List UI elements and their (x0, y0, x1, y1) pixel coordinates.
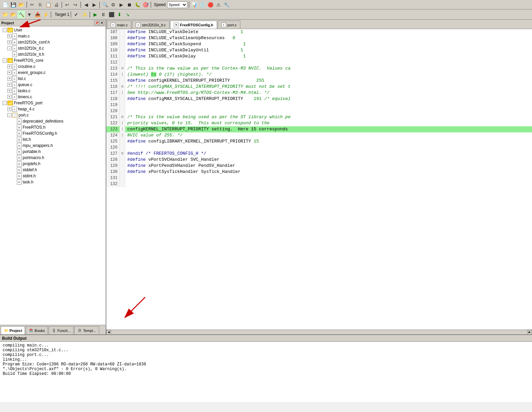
tree-portable[interactable]: h portable.h (0, 149, 106, 155)
marker-117: | (120, 90, 125, 96)
tree-queue[interactable]: + c queue.c (0, 82, 106, 88)
tree-task-h[interactable]: h task.h (0, 179, 106, 185)
load-btn[interactable]: 📥 (34, 11, 41, 18)
tree-freertosconfig-h[interactable]: h FreeRTOSConfig.h (0, 130, 106, 136)
tab-templ[interactable]: Ω Templ... (74, 326, 99, 334)
tree-freertos-port[interactable]: - 📁 FreeRTOS_port (0, 100, 106, 106)
project-tree[interactable]: - 📁 User + c main.c + h stm32f10x_conf.h (0, 26, 106, 325)
tab-freertosconfig[interactable]: h FreeRTOSConfig.h (170, 21, 217, 29)
err-btn[interactable]: ⚠ (215, 1, 222, 8)
new-btn[interactable]: 📄 (1, 1, 9, 8)
build-btn[interactable]: 🔨 (18, 11, 25, 18)
checkmark-btn[interactable]: ✔ (73, 11, 80, 18)
inspect-btn[interactable]: 🔍 (101, 1, 109, 8)
paste-btn[interactable]: 📋 (45, 1, 52, 8)
tree-croutine[interactable]: + c croutine.c (0, 63, 106, 70)
expand-it-c[interactable]: - (7, 46, 11, 50)
code-content[interactable]: 107 #define INCLUDE_vTaskDelete 1 108 #d… (106, 29, 532, 330)
linenum-130: 130 (106, 169, 120, 175)
tree-main-c[interactable]: + c main.c (0, 33, 106, 39)
back-btn[interactable]: ◀ (82, 1, 90, 8)
proj2-btn[interactable]: 📂 (9, 11, 17, 18)
tree-tasks[interactable]: + c tasks.c (0, 88, 106, 94)
tree-list[interactable]: + c list.c (0, 76, 106, 82)
expand-queue[interactable]: + (7, 83, 11, 87)
expand-tasks[interactable]: + (7, 89, 11, 93)
play2-btn[interactable]: ▶ (91, 11, 99, 18)
tree-user-folder[interactable]: - 📁 User (0, 27, 106, 33)
expand-port-c[interactable]: - (7, 113, 11, 117)
expand-timers[interactable]: + (7, 95, 11, 99)
save-btn[interactable]: 💾 (9, 1, 17, 8)
pause-btn[interactable]: ⏸ (100, 11, 107, 18)
monitor-btn[interactable]: 📊 (191, 1, 198, 8)
tab-functi[interactable]: {} Functi... (49, 326, 74, 334)
mem-btn[interactable]: 💿 (199, 1, 206, 8)
redo-btn[interactable]: ↪ (72, 1, 79, 8)
stop2-btn[interactable]: ⬛ (108, 11, 115, 18)
debug-btn[interactable]: 🐛 (134, 1, 141, 8)
marker-121: ⊟ (120, 114, 125, 120)
tree-freertos-core[interactable]: - 📁 FreeRTOS_core (0, 57, 106, 63)
tab-books[interactable]: 📚 Books (26, 326, 48, 334)
wand-btn[interactable]: ✨ (81, 11, 88, 18)
open-btn[interactable]: 📂 (18, 1, 25, 8)
tree-heap4[interactable]: + c heap_4.c (0, 106, 106, 112)
reg-btn[interactable]: 🔴 (207, 1, 214, 8)
tree-stdint[interactable]: h stdint.h (0, 173, 106, 179)
scroll-left-btn[interactable]: ◀ (106, 330, 111, 335)
copy-btn[interactable]: ⎘ (36, 1, 44, 8)
close-panel-icon[interactable]: ✕ (100, 21, 104, 25)
toolbar-top: 📄 💾 📂 ✂ ⎘ 📋 🖨 ↩ ↪ ◀ ▶ 🔍 ⚙ ▶ ⏹ 🐛 🎯 Speed … (0, 0, 532, 9)
settings-btn[interactable]: ⚙ (109, 1, 117, 8)
frh-icon: h (17, 125, 22, 130)
print-btn[interactable]: 🖨 (53, 1, 60, 8)
expand-heap[interactable]: + (7, 107, 11, 111)
expand-event[interactable]: + (7, 71, 11, 75)
target-btn[interactable]: 🎯 (142, 1, 149, 8)
editor-scrollbar[interactable]: ◀ ▶ (106, 330, 532, 334)
linenum-121: 121 (106, 114, 120, 120)
tree-event[interactable]: + c event_groups.c (0, 70, 106, 76)
cut-btn[interactable]: ✂ (28, 1, 36, 8)
expand-main[interactable]: + (7, 34, 11, 38)
chip-btn[interactable]: 🔧 (223, 1, 231, 8)
fwd-btn[interactable]: ▶ (90, 1, 98, 8)
run-btn[interactable]: ▶ (117, 1, 125, 8)
tree-stm32-conf[interactable]: + h stm32f10x_conf.h (0, 39, 106, 45)
tree-depr-def[interactable]: h deprecated_definitions (0, 118, 106, 124)
proj-btn[interactable]: 📁 (1, 11, 9, 18)
stop-btn[interactable]: ⏹ (126, 1, 133, 8)
tree-stm32-it-c[interactable]: - c stm32f10x_it.c (0, 45, 106, 51)
tree-stddef[interactable]: h stddef.h (0, 167, 106, 173)
tab-stm32-it[interactable]: c stm32f10x_it.c (132, 21, 169, 29)
speed-select[interactable]: Speed (167, 1, 187, 8)
tree-port-c[interactable]: - 📄 port.c (0, 112, 106, 118)
pin-icon[interactable]: 📌 (94, 21, 99, 25)
expand-conf[interactable]: + (7, 40, 11, 44)
tab-project[interactable]: 📁 Project (1, 326, 25, 334)
code-line-114: 114 | (lowest) to 0 (1?) (highest). */ (106, 72, 532, 78)
tab-port-c[interactable]: c port.c (218, 21, 241, 29)
tree-mpu[interactable]: h mpu_wrappers.h (0, 143, 106, 149)
tree-timers[interactable]: + c timers.c (0, 94, 106, 100)
expand-croutine[interactable]: + (7, 65, 11, 69)
expand-port[interactable]: - (3, 101, 7, 105)
tasks-label: tasks.c (18, 88, 30, 93)
tree-stm32-it-h[interactable]: h stm32f10x_it.h (0, 51, 106, 57)
build-output-content[interactable]: compiling main.c... compiling stm32f10x_… (0, 342, 532, 402)
tree-projdefs[interactable]: h projdefs.h (0, 161, 106, 167)
expand-core[interactable]: - (3, 58, 7, 62)
tab-main-c[interactable]: c main.c (107, 21, 131, 29)
scroll-right-btn[interactable]: ▶ (527, 330, 532, 335)
expand-list[interactable]: + (7, 77, 11, 81)
undo-btn[interactable]: ↩ (63, 1, 71, 8)
step2-btn[interactable]: ↘ (124, 11, 131, 18)
flash-btn[interactable]: ⚡ (42, 11, 49, 18)
target-select[interactable]: ▼ (26, 11, 33, 18)
expand-user[interactable]: - (3, 28, 7, 32)
tree-freertos-h[interactable]: h FreeRTOS.h (0, 124, 106, 130)
step-btn[interactable]: ⬇ (116, 11, 123, 18)
tree-portmacro[interactable]: h portmacro.h (0, 155, 106, 161)
tree-list-h[interactable]: h list.h (0, 136, 106, 143)
